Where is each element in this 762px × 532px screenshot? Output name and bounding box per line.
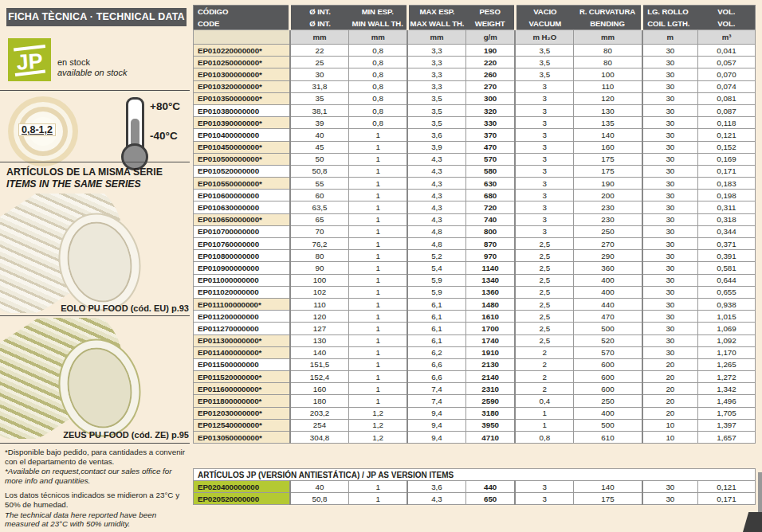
- code-cell: EP010500000000*: [194, 153, 290, 165]
- antistatic-header-row: ARTÍCULOS JP (VERSIÓN ANTIESTÁTICA) / JP…: [194, 469, 756, 481]
- value-cell: 20: [642, 395, 698, 407]
- value-cell: 175: [574, 153, 642, 165]
- value-cell: 1: [515, 407, 573, 419]
- table-row: EP011300000000*13016,117402,5520301,092: [194, 334, 756, 346]
- value-cell: 320: [465, 104, 515, 116]
- code-cell: EP012540000000*: [194, 419, 290, 431]
- units-row: mmmmmmg/mm H₂Ommmm³: [194, 30, 756, 45]
- code-cell: EP010220000000*: [194, 45, 290, 57]
- value-cell: 25: [290, 57, 349, 68]
- value-cell: 3: [515, 178, 573, 190]
- value-cell: 120: [574, 92, 642, 104]
- code-cell: EP010320000000*: [194, 80, 290, 92]
- unit-cell: [194, 30, 290, 45]
- value-cell: 2,5: [515, 323, 573, 334]
- table-row: EP0109000000009015,411402,5360300,581: [194, 262, 756, 274]
- value-cell: 230: [574, 213, 642, 225]
- code-cell: EP011020000000: [194, 286, 290, 298]
- value-cell: 3: [515, 201, 573, 213]
- value-cell: 5,9: [407, 286, 465, 298]
- value-cell: 20: [642, 383, 698, 395]
- column-header: CODE: [194, 18, 290, 30]
- code-cell: EP010390000000*: [194, 117, 290, 129]
- temp-max-label: +80°C: [150, 100, 180, 112]
- value-cell: 30: [642, 92, 698, 104]
- value-cell: 0,074: [698, 80, 756, 92]
- value-cell: 6,6: [407, 371, 465, 383]
- value-cell: 1140: [465, 262, 515, 274]
- value-cell: 200: [574, 190, 642, 201]
- value-cell: 0,171: [698, 493, 756, 505]
- value-cell: 3,3: [407, 57, 465, 68]
- column-header: R. CURVATURA: [574, 6, 642, 18]
- value-cell: 1,2: [349, 419, 407, 431]
- value-cell: 30: [642, 311, 698, 323]
- table-row: EP0108000000008015,29702,5290300,391: [194, 250, 756, 262]
- value-cell: 260: [465, 68, 515, 80]
- value-cell: 2130: [465, 358, 515, 370]
- value-cell: 2: [515, 383, 573, 395]
- unit-cell: mm: [574, 30, 642, 45]
- value-cell: 30: [642, 57, 698, 68]
- value-cell: 3: [515, 213, 573, 225]
- wall-thickness-badge: 0,8-1,2: [18, 123, 56, 136]
- value-cell: 3: [515, 141, 573, 153]
- table-row: EP01120000000012016,116102,5470301,015: [194, 311, 756, 323]
- code-cell: EP010550000000*: [194, 178, 290, 190]
- value-cell: 1: [349, 238, 407, 250]
- code-cell: EP010630000000: [194, 201, 290, 213]
- header-row-es: CÓDIGOØ INT.MIN ESP.MAX ESP.PESOVACIOR. …: [194, 6, 756, 18]
- value-cell: 4,3: [407, 178, 465, 190]
- code-cell: EP011500000000: [194, 358, 290, 370]
- value-cell: 152,4: [290, 371, 349, 383]
- value-cell: 7,4: [407, 395, 465, 407]
- value-cell: 127: [290, 323, 349, 334]
- value-cell: 7,4: [407, 383, 465, 395]
- stock-label-es: en stock: [57, 57, 127, 68]
- value-cell: 0,152: [698, 141, 756, 153]
- value-cell: 2140: [465, 371, 515, 383]
- value-cell: 30: [642, 481, 698, 493]
- value-cell: 1740: [465, 334, 515, 346]
- value-cell: 3,5: [407, 92, 465, 104]
- value-cell: 0,121: [698, 481, 756, 493]
- value-cell: 500: [574, 419, 642, 431]
- value-cell: 250: [574, 395, 642, 407]
- table-row: EP010650000000*6514,37403230300,318: [194, 213, 756, 225]
- column-header: COIL LGTH.: [642, 18, 698, 30]
- table-row: EP01127000000012716,117002,5500301,069: [194, 323, 756, 334]
- value-cell: 0,4: [515, 395, 573, 407]
- value-cell: 3,5: [407, 117, 465, 129]
- code-cell: EP011200000000: [194, 311, 290, 323]
- table-row: EP0107000000007014,88003250300,344: [194, 225, 756, 237]
- value-cell: 3,3: [407, 45, 465, 57]
- value-cell: 400: [574, 286, 642, 298]
- value-cell: 330: [465, 117, 515, 129]
- table-row: EP011500000000151,516,621302600201,265: [194, 358, 756, 370]
- value-cell: 63,5: [290, 201, 349, 213]
- column-header: MAX WALL TH.: [407, 18, 465, 30]
- column-header: MIN ESP.: [349, 6, 407, 18]
- code-cell: EP010650000000*: [194, 213, 290, 225]
- value-cell: 500: [574, 323, 642, 334]
- value-cell: 30: [642, 141, 698, 153]
- table-row: EP011800000000*18017,425900,4250201,496: [194, 395, 756, 407]
- table-row: EP010350000000*350,83,53003120300,081: [194, 92, 756, 104]
- value-cell: 22: [290, 45, 349, 57]
- value-cell: 304,8: [290, 432, 349, 444]
- stock-label: en stock available on stock: [57, 57, 127, 78]
- value-cell: 1: [349, 481, 407, 493]
- code-cell: EP010520000000: [194, 165, 290, 177]
- value-cell: 0,8: [515, 432, 573, 444]
- value-cell: 30: [642, 68, 698, 80]
- code-cell: EP010900000000: [194, 262, 290, 274]
- page-corner-shadow: [743, 512, 762, 532]
- value-cell: 3,9: [407, 141, 465, 153]
- value-cell: 1: [349, 286, 407, 298]
- value-cell: 2310: [465, 383, 515, 395]
- value-cell: 0,344: [698, 225, 756, 237]
- value-cell: 6,2: [407, 346, 465, 358]
- technical-data-table: CÓDIGOØ INT.MIN ESP.MAX ESP.PESOVACIOR. …: [193, 5, 756, 444]
- value-cell: 50,8: [290, 493, 349, 505]
- value-cell: 140: [574, 129, 642, 141]
